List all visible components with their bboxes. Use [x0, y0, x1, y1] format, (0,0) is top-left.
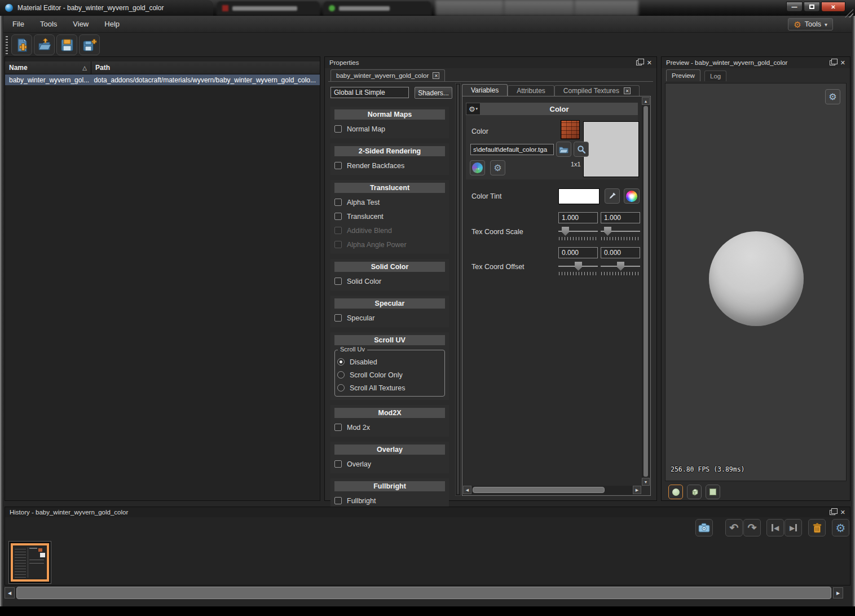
redo-button[interactable]: ↷ — [743, 519, 761, 536]
checkbox-box[interactable] — [334, 460, 342, 468]
scrollbar-handle[interactable] — [473, 487, 605, 493]
column-header-path[interactable]: Path — [91, 61, 320, 74]
tex-coord-offset-y-slider[interactable] — [601, 261, 640, 275]
background-tab[interactable] — [323, 1, 431, 15]
preview-viewport[interactable]: ⚙ 256.80 FPS (3.89ms) — [665, 83, 847, 481]
menu-tools[interactable]: Tools — [40, 20, 57, 28]
checkbox-normal-map[interactable]: Normal Map — [334, 122, 445, 136]
tab-compiled-textures[interactable]: Compiled Textures ✕ — [554, 85, 640, 96]
checkbox-box[interactable] — [334, 125, 342, 133]
inspect-texture-button[interactable] — [574, 142, 589, 157]
float-panel-icon[interactable] — [636, 60, 642, 65]
tab-attributes[interactable]: Attributes — [508, 85, 554, 96]
checkbox-alpha-test[interactable]: Alpha Test — [334, 195, 445, 209]
tex-coord-offset-x-slider[interactable] — [558, 261, 598, 275]
checkbox-translucent[interactable]: Translucent — [334, 209, 445, 223]
scroll-left-icon[interactable]: ◀ — [5, 587, 15, 599]
scroll-right-icon[interactable]: ▶ — [633, 486, 641, 494]
tab-log[interactable]: Log — [704, 71, 726, 81]
slider-handle[interactable] — [562, 227, 569, 236]
new-material-button[interactable] — [11, 34, 32, 55]
variable-menu-button[interactable]: ⚙ ▾ — [466, 103, 481, 115]
snapshot-button[interactable] — [695, 519, 713, 536]
variables-vertical-scrollbar[interactable]: ▲ ▼ — [642, 97, 650, 486]
cube-shape-button[interactable] — [687, 485, 702, 499]
slider-handle[interactable] — [617, 262, 624, 271]
checkbox-specular[interactable]: Specular — [334, 311, 445, 325]
save-material-as-button[interactable] — [79, 34, 100, 55]
toolbar-drag-handle[interactable] — [6, 35, 8, 54]
checkbox-box[interactable] — [334, 278, 342, 285]
radio-scroll-all-textures[interactable]: Scroll All Textures — [337, 381, 442, 394]
scroll-right-icon[interactable]: ▶ — [833, 587, 843, 599]
checkbox-box[interactable] — [334, 213, 342, 220]
slider-handle[interactable] — [604, 227, 611, 236]
menu-view[interactable]: View — [73, 20, 89, 28]
slider-handle[interactable] — [575, 262, 582, 271]
color-tint-swatch[interactable] — [558, 188, 600, 204]
tex-coord-offset-y-field[interactable] — [601, 247, 640, 258]
tab-preview[interactable]: Preview — [666, 69, 700, 81]
checkbox-box[interactable] — [334, 424, 342, 431]
sphere-shape-button[interactable] — [668, 485, 683, 499]
checkbox-solid-color[interactable]: Solid Color — [334, 274, 445, 288]
shader-options-scrollbar[interactable] — [455, 83, 461, 496]
radio-scroll-color-only[interactable]: Scroll Color Only — [337, 368, 442, 381]
tex-coord-scale-x-slider[interactable] — [558, 226, 598, 240]
checkbox-box[interactable] — [334, 162, 342, 169]
tools-dropdown-button[interactable]: ⚙ Tools ▾ — [788, 18, 833, 30]
history-settings-button[interactable]: ⚙ — [832, 519, 849, 536]
asset-row-selected[interactable]: baby_winter_wyvern_gol... dota_addons/do… — [5, 74, 320, 85]
texture-path-field[interactable] — [470, 144, 554, 155]
scrollbar-handle[interactable] — [16, 587, 831, 599]
material-tab[interactable]: baby_winter_wyvern_gold_color ✕ — [330, 69, 445, 81]
history-horizontal-scrollbar[interactable]: ◀ ▶ — [5, 587, 850, 599]
texture-settings-button[interactable]: ⚙ — [490, 160, 505, 175]
tex-coord-scale-y-field[interactable] — [601, 212, 640, 223]
column-header-name[interactable]: Name △ — [5, 61, 91, 74]
history-entry[interactable] — [8, 541, 51, 584]
close-panel-icon[interactable]: ✕ — [840, 60, 845, 66]
radio-disabled[interactable]: Disabled — [337, 355, 442, 368]
tex-coord-scale-x-field[interactable] — [558, 212, 598, 223]
checkbox-box[interactable] — [334, 314, 342, 322]
background-tab[interactable] — [217, 1, 320, 15]
checkbox-overlay[interactable]: Overlay — [334, 457, 445, 471]
maximize-button[interactable] — [804, 2, 820, 12]
checkbox-box[interactable] — [334, 199, 342, 206]
close-panel-icon[interactable]: ✕ — [840, 509, 845, 516]
float-panel-icon[interactable] — [830, 510, 835, 515]
browse-texture-button[interactable] — [556, 142, 571, 157]
shader-name-field[interactable] — [330, 87, 409, 98]
variables-horizontal-scrollbar[interactable]: ◀ ▶ — [463, 486, 641, 495]
menu-file[interactable]: File — [12, 20, 24, 28]
scroll-down-icon[interactable]: ▼ — [642, 478, 650, 486]
texture-thumbnail[interactable] — [561, 120, 580, 139]
tex-coord-offset-x-field[interactable] — [558, 247, 598, 258]
plane-shape-button[interactable] — [706, 485, 720, 499]
go-to-last-button[interactable]: ▶ — [785, 519, 802, 536]
menu-help[interactable]: Help — [104, 20, 120, 28]
preview-settings-button[interactable]: ⚙ — [825, 89, 840, 104]
radio-button[interactable] — [337, 371, 345, 379]
close-panel-icon[interactable]: ✕ — [647, 60, 652, 66]
open-material-button[interactable] — [34, 34, 55, 55]
go-to-first-button[interactable]: ◀ — [766, 519, 784, 536]
checkbox-fullbright[interactable]: Fullbright — [334, 494, 445, 508]
tab-variables[interactable]: Variables — [462, 84, 508, 96]
checkbox-render-backfaces[interactable]: Render Backfaces — [334, 159, 445, 173]
close-tab-icon[interactable]: ✕ — [624, 87, 631, 94]
scrollbar-handle[interactable] — [644, 106, 648, 477]
color-picker-button[interactable] — [624, 188, 640, 204]
close-button[interactable]: ✕ — [821, 2, 845, 12]
minimize-button[interactable]: — — [786, 2, 803, 12]
checkbox-mod-2x[interactable]: Mod 2x — [334, 420, 445, 434]
clear-history-button[interactable] — [808, 519, 826, 536]
close-tab-icon[interactable]: ✕ — [433, 72, 439, 79]
tex-coord-scale-y-slider[interactable] — [601, 226, 640, 240]
float-panel-icon[interactable] — [830, 60, 835, 65]
radio-button[interactable] — [337, 384, 345, 391]
shaders-button[interactable]: Shaders... — [415, 87, 452, 99]
scroll-left-icon[interactable]: ◀ — [463, 486, 471, 494]
radio-button[interactable] — [337, 358, 345, 366]
